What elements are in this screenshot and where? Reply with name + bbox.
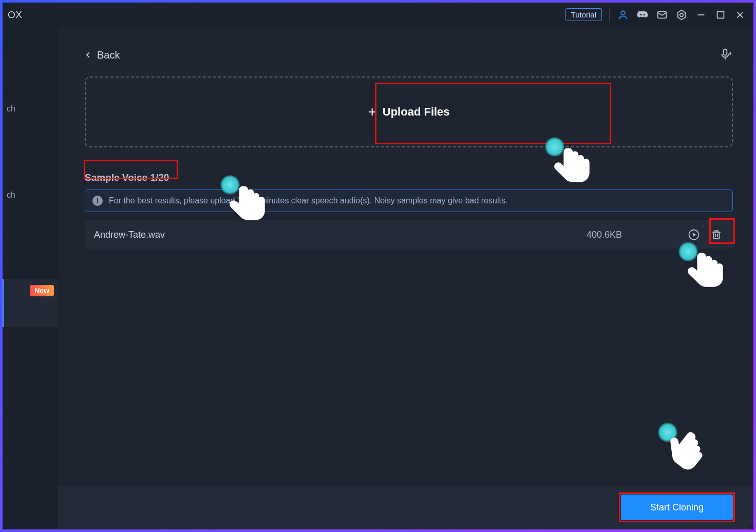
mail-icon[interactable] xyxy=(656,9,668,21)
svg-rect-8 xyxy=(724,49,727,55)
delete-button[interactable] xyxy=(709,227,724,242)
close-icon[interactable] xyxy=(734,9,746,21)
minimize-icon[interactable] xyxy=(695,9,707,21)
microphone-icon[interactable] xyxy=(719,48,733,62)
info-icon: ! xyxy=(92,196,103,206)
start-cloning-button[interactable]: Start Cloning xyxy=(621,495,733,520)
info-banner: ! For the best results, please upload 3 … xyxy=(85,189,733,212)
new-badge: New xyxy=(30,285,54,296)
account-icon[interactable] xyxy=(617,9,629,21)
tutorial-button[interactable]: Tutorial xyxy=(565,8,602,21)
sample-file-row: Andrew-Tate.wav 400.6KB xyxy=(85,220,733,249)
sidebar-item-active[interactable]: New xyxy=(3,279,58,327)
header-row: Back xyxy=(85,48,733,62)
settings-icon[interactable] xyxy=(675,9,688,21)
separator xyxy=(609,8,610,22)
sidebar: ch ch New xyxy=(3,27,58,529)
play-button[interactable] xyxy=(687,227,701,242)
pointer-hand-start xyxy=(658,423,714,479)
svg-marker-2 xyxy=(678,10,686,19)
svg-rect-12 xyxy=(714,232,720,239)
svg-point-3 xyxy=(680,13,683,16)
svg-marker-11 xyxy=(693,233,696,237)
sidebar-label-fragment-2: ch xyxy=(7,191,15,200)
file-name: Andrew-Tate.wav xyxy=(94,230,587,240)
svg-rect-5 xyxy=(717,11,724,18)
app-title-fragment: OX xyxy=(8,9,22,21)
titlebar-right: Tutorial xyxy=(565,8,746,22)
titlebar: OX Tutorial xyxy=(3,3,753,27)
upload-files-label: + Upload Files xyxy=(368,105,449,119)
file-size: 400.6KB xyxy=(587,230,622,240)
sample-voice-heading: Sample Voice 1/20 xyxy=(85,172,169,183)
pointer-hand-delete xyxy=(678,242,735,298)
app-frame: OX Tutorial xyxy=(0,0,756,532)
info-text: For the best results, please upload 3 to… xyxy=(109,196,507,205)
maximize-icon[interactable] xyxy=(714,9,727,21)
back-label: Back xyxy=(97,49,120,61)
svg-point-0 xyxy=(621,11,625,15)
main-panel: Back + Upload Files Sample Voice 1/20 ! … xyxy=(58,27,753,529)
upload-files-text: Upload Files xyxy=(383,105,450,119)
sidebar-label-fragment-1: ch xyxy=(7,104,15,113)
upload-files-dropzone[interactable]: + Upload Files xyxy=(85,77,733,147)
back-button[interactable]: Back xyxy=(85,49,120,61)
discord-icon[interactable] xyxy=(636,9,649,21)
